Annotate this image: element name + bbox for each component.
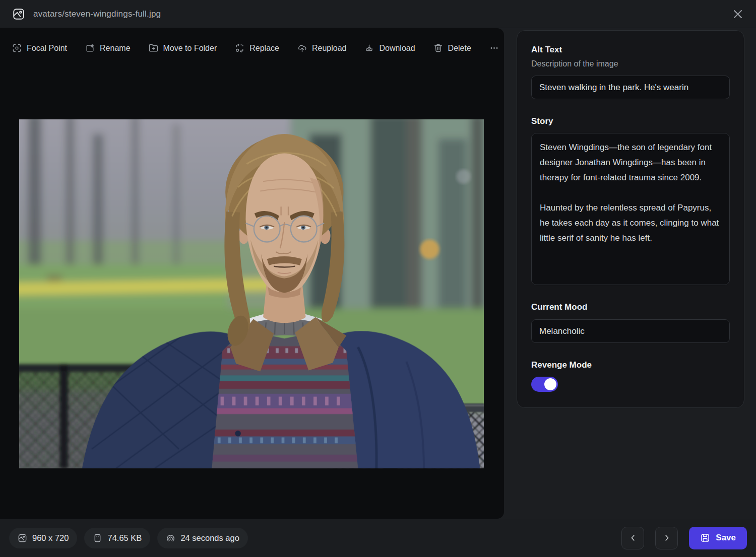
focal-point-button[interactable]: Focal Point (12, 43, 67, 53)
focal-point-icon (12, 43, 22, 53)
window-title: avatars/steven-wingdings-full.jpg (33, 9, 161, 19)
dimensions-badge: 960 x 720 (9, 528, 77, 548)
move-to-folder-icon (149, 43, 158, 53)
revenge-mode-toggle[interactable] (531, 377, 558, 392)
delete-icon (433, 43, 443, 53)
close-icon[interactable] (731, 7, 745, 21)
revenge-mode-label: Revenge Mode (531, 360, 730, 370)
replace-label: Replace (249, 44, 279, 53)
next-button[interactable] (655, 527, 678, 549)
chevron-right-icon (662, 533, 671, 542)
history-icon (166, 533, 175, 543)
alt-text-description: Description of the image (531, 59, 730, 68)
image-preview (19, 119, 484, 468)
download-label: Download (379, 44, 415, 53)
story-label: Story (531, 116, 730, 126)
more-actions-button[interactable] (489, 43, 499, 53)
reupload-label: Reupload (312, 44, 347, 53)
current-mood-label: Current Mood (531, 302, 730, 312)
file-info-badges: 960 x 720 74.65 KB 24 seconds ago (9, 528, 248, 548)
file-size-icon (93, 533, 102, 543)
delete-button[interactable]: Delete (433, 43, 471, 53)
save-label: Save (716, 533, 736, 543)
window-titlebar: avatars/steven-wingdings-full.jpg (0, 0, 756, 28)
rename-label: Rename (100, 44, 130, 53)
image-file-icon (12, 8, 25, 21)
save-icon (700, 533, 710, 543)
focal-point-label: Focal Point (27, 44, 67, 53)
replace-button[interactable]: Replace (235, 43, 279, 53)
move-to-folder-button[interactable]: Move to Folder (149, 43, 217, 53)
previous-button[interactable] (621, 527, 644, 549)
save-button[interactable]: Save (689, 527, 747, 549)
footer-actions: Save (621, 527, 747, 549)
chevron-left-icon (628, 533, 638, 542)
file-size-badge: 74.65 KB (84, 528, 150, 548)
move-to-folder-label: Move to Folder (163, 44, 217, 53)
media-preview-panel: Focal Point Rename Move to Folder R (0, 28, 504, 519)
ellipsis-icon (489, 43, 499, 53)
metadata-card: Alt Text Description of the image Story … (517, 30, 744, 408)
media-toolbar: Focal Point Rename Move to Folder R (0, 28, 504, 53)
status-bar: 960 x 720 74.65 KB 24 seconds ago (0, 519, 756, 557)
file-size-value: 74.65 KB (107, 533, 142, 543)
download-button[interactable]: Download (364, 43, 415, 53)
toggle-knob (544, 378, 556, 390)
dimensions-value: 960 x 720 (32, 533, 69, 543)
uploaded-time-value: 24 seconds ago (180, 533, 239, 543)
story-textarea[interactable]: Steven Wingdings—the son of legendary fo… (531, 133, 730, 285)
image-icon (18, 533, 27, 543)
reupload-icon (297, 43, 307, 53)
alt-text-label: Alt Text (531, 45, 730, 55)
alt-text-input[interactable] (531, 76, 730, 99)
download-icon (364, 43, 374, 53)
delete-label: Delete (448, 44, 471, 53)
uploaded-time-badge: 24 seconds ago (157, 528, 248, 548)
replace-icon (235, 43, 244, 53)
reupload-button[interactable]: Reupload (297, 43, 347, 53)
rename-button[interactable]: Rename (85, 43, 130, 53)
current-mood-input[interactable] (531, 319, 730, 343)
rename-icon (85, 43, 95, 53)
